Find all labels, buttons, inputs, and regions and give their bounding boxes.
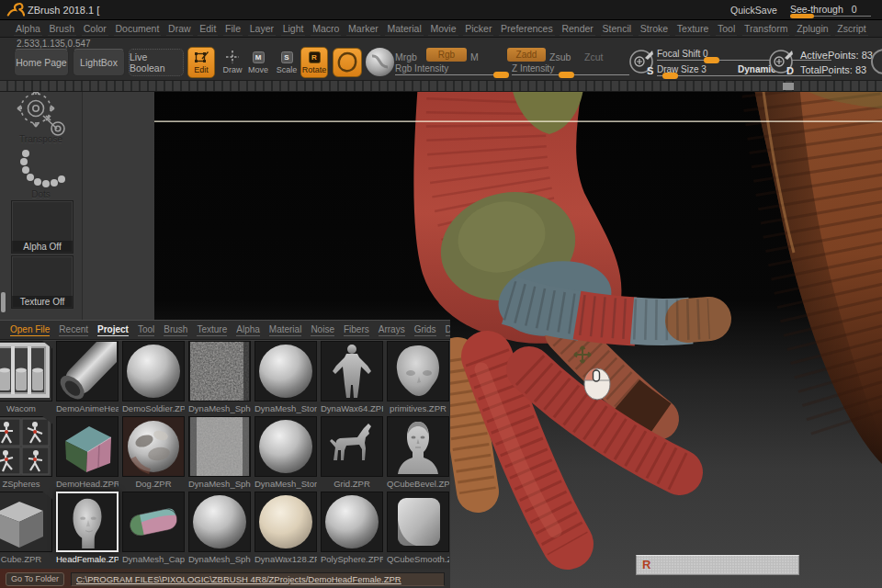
material-sphere-button[interactable] — [366, 48, 394, 76]
live-boolean-button[interactable]: Live Boolean — [129, 49, 184, 76]
menu-light[interactable]: Light — [281, 22, 306, 36]
draw-size-handle[interactable] — [662, 73, 678, 79]
item-dynamesh-sphere-3[interactable]: DynaMesh_Spher — [188, 492, 251, 564]
rotate-mode-button[interactable]: R Rotate — [300, 47, 328, 78]
scale-letter-icon: S — [281, 51, 293, 63]
item-demo-anime-head[interactable]: DemoAnimeHead — [56, 341, 119, 413]
z-intensity-handle[interactable] — [559, 72, 574, 78]
rgb-button[interactable]: Rgb — [426, 48, 467, 62]
dots-label: Dots — [0, 189, 82, 199]
menu-draw[interactable]: Draw — [166, 22, 193, 36]
texture-selector[interactable]: Texture Off — [11, 255, 74, 309]
menu-zscript[interactable]: Zscript — [835, 22, 868, 36]
item-qcube-bevel[interactable]: QCubeBevel.ZPR — [387, 416, 449, 489]
scale-mode-button[interactable]: S Scale — [273, 47, 300, 78]
zcut-button[interactable]: Zcut — [584, 51, 603, 62]
item-dynamesh-stone-1[interactable]: DynaMesh_Stone — [254, 341, 317, 413]
z-intensity-slider[interactable]: Z Intensity — [512, 63, 629, 76]
item-dynamesh-sphere-1[interactable]: DynaMesh_Spher — [188, 341, 251, 413]
active-points: ActivePoints: 83 — [800, 48, 873, 62]
tab-project[interactable]: Project — [97, 324, 129, 336]
tab-tool[interactable]: Tool — [138, 324, 154, 336]
menu-color[interactable]: Color — [82, 22, 108, 36]
transpose-button[interactable] — [13, 88, 70, 140]
menu-stencil[interactable]: Stencil — [601, 22, 634, 36]
mrgb-button[interactable]: Mrgb — [395, 51, 417, 62]
menu-marker[interactable]: Marker — [346, 22, 380, 36]
menu-file[interactable]: File — [223, 22, 243, 36]
alpha-picker-button[interactable]: D — [768, 49, 796, 76]
quicksave-button[interactable]: QuickSave — [730, 0, 777, 20]
tab-recent[interactable]: Recent — [59, 324, 88, 336]
menu-stroke[interactable]: Stroke — [639, 22, 670, 36]
tab-fibers[interactable]: Fibers — [344, 324, 369, 336]
rgb-intensity-slider[interactable]: Rgb Intensity — [395, 63, 507, 76]
menu-edit[interactable]: Edit — [198, 22, 218, 36]
go-to-folder-button[interactable]: Go To Folder — [6, 572, 64, 586]
menu-layer[interactable]: Layer — [248, 22, 276, 36]
menu-material[interactable]: Material — [385, 22, 423, 36]
menu-macro[interactable]: Macro — [311, 22, 341, 36]
transpose-gizmo-icon — [13, 88, 70, 136]
item-grid[interactable]: Grid.ZPR — [321, 416, 383, 489]
tab-noise[interactable]: Noise — [311, 324, 334, 336]
item-qcube-smooth[interactable]: QCubeSmooth.ZPR — [387, 492, 449, 564]
tab-material[interactable]: Material — [269, 324, 302, 336]
edit-mode-button[interactable]: Edit — [187, 47, 215, 78]
menu-picker[interactable]: Picker — [463, 22, 493, 36]
focal-shift-handle[interactable] — [704, 57, 719, 63]
item-polysphere[interactable]: PolySphere.ZPR — [321, 492, 383, 564]
tab-document[interactable]: Document — [446, 324, 450, 336]
menu-texture[interactable]: Texture — [675, 22, 710, 36]
stroke-type-button[interactable] — [333, 48, 362, 77]
item-dog[interactable]: Dog.ZPR — [122, 416, 185, 489]
zadd-button[interactable]: Zadd — [507, 48, 546, 62]
see-through-value: 0 — [852, 4, 857, 15]
item-head-female-selected[interactable]: HeadFemale.ZPR — [56, 492, 119, 564]
tab-grids[interactable]: Grids — [414, 324, 436, 336]
item-dynamesh-capsule[interactable]: DynaMesh_Capsu — [122, 492, 185, 564]
item-cube[interactable]: Cube.ZPR — [0, 492, 52, 564]
tab-texture[interactable]: Texture — [197, 324, 227, 336]
scroll-strip-handle[interactable] — [783, 83, 794, 90]
menu-tool[interactable]: Tool — [716, 22, 737, 36]
sidebar-scrollbar[interactable] — [1, 292, 6, 312]
stroke-picker-button[interactable]: S — [628, 49, 656, 76]
folder-wacom[interactable]: Wacom — [0, 341, 52, 413]
move-mode-button[interactable]: M Move — [244, 47, 272, 78]
item-demo-soldier[interactable]: DemoSoldier.ZPR — [122, 341, 185, 413]
draw-mode-button[interactable]: Draw — [219, 47, 246, 78]
item-dynawax64[interactable]: DynaWax64.ZPR — [321, 341, 383, 413]
tab-alpha[interactable]: Alpha — [236, 324, 260, 336]
menu-transform[interactable]: Transform — [742, 22, 789, 36]
tab-brush[interactable]: Brush — [164, 324, 187, 336]
zsub-button[interactable]: Zsub — [549, 51, 571, 62]
item-primitives[interactable]: primitives.ZPR — [387, 341, 449, 413]
tab-arrays[interactable]: Arrays — [379, 324, 405, 336]
menu-render[interactable]: Render — [560, 22, 594, 36]
item-demo-head[interactable]: DemoHead.ZPR — [56, 416, 119, 489]
dots-stroke-button[interactable] — [15, 147, 68, 193]
folder-zspheres[interactable]: ZSpheres — [0, 416, 52, 489]
see-through-slider[interactable]: See-through0 — [790, 0, 857, 20]
tab-open-file[interactable]: Open File — [10, 324, 50, 336]
menu-zplugin[interactable]: Zplugin — [795, 22, 830, 36]
see-through-handle[interactable] — [790, 14, 814, 18]
alpha-selector[interactable]: Alpha Off — [11, 200, 74, 254]
m-button[interactable]: M — [470, 51, 479, 62]
current-path-field[interactable]: C:\PROGRAM FILES\PIXOLOGIC\ZBRUSH 4R8/ZP… — [71, 572, 445, 586]
menu-alpha[interactable]: Alpha — [14, 22, 42, 36]
texture-off-label: Texture Off — [12, 296, 73, 308]
item-dynamesh-stone-2[interactable]: DynaMesh_Stone — [254, 416, 317, 489]
item-dynawax128[interactable]: DynaWax128.ZPR — [254, 492, 317, 564]
menu-movie[interactable]: Movie — [428, 22, 458, 36]
lightbox-button[interactable]: LightBox — [73, 49, 125, 76]
r-text-field[interactable]: R — [636, 555, 799, 575]
menu-brush[interactable]: Brush — [48, 22, 76, 36]
menu-document[interactable]: Document — [114, 22, 162, 36]
document-scroll-strip[interactable] — [0, 81, 882, 92]
item-dynamesh-sphere-2[interactable]: DynaMesh_Spher — [188, 416, 251, 489]
rgb-intensity-handle[interactable] — [493, 72, 509, 78]
menu-preferences[interactable]: Preferences — [499, 22, 555, 36]
home-page-button[interactable]: Home Page — [14, 49, 69, 76]
